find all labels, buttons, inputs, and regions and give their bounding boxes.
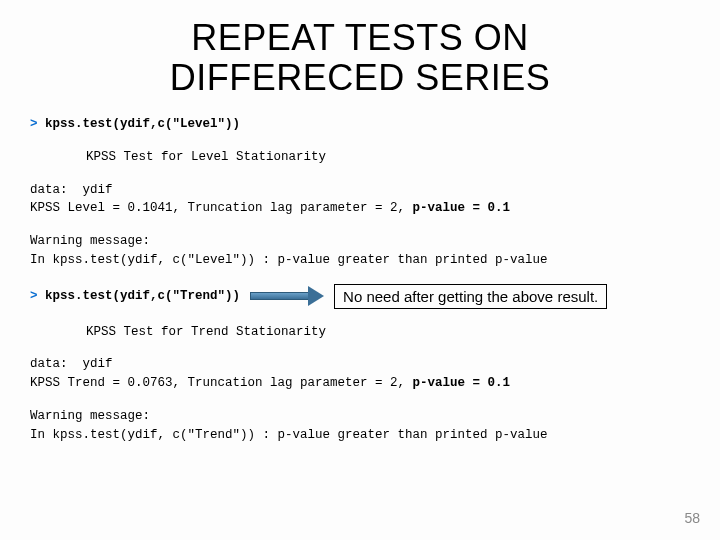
page-number: 58 [684, 510, 700, 526]
warning-label: Warning message: [30, 409, 150, 423]
stat-line-prefix: KPSS Level = 0.1041, Truncation lag para… [30, 201, 413, 215]
data-line: data: ydif [30, 183, 113, 197]
test-header-1: KPSS Test for Level Stationarity [86, 148, 690, 167]
warning-label: Warning message: [30, 234, 150, 248]
command-text: kpss.test(ydif,c("Trend")) [45, 289, 240, 303]
warning-1: Warning message: In kpss.test(ydif, c("L… [30, 232, 690, 270]
command-line-1: > kpss.test(ydif,c("Level")) [30, 115, 690, 134]
p-value: p-value = 0.1 [413, 376, 511, 390]
command-line-2: > kpss.test(ydif,c("Trend")) [30, 287, 240, 306]
prompt-symbol: > [30, 117, 45, 131]
warning-2: Warning message: In kpss.test(ydif, c("T… [30, 407, 690, 445]
test-output-1: data: ydif KPSS Level = 0.1041, Truncati… [30, 181, 690, 219]
command-row-2: > kpss.test(ydif,c("Trend")) No need aft… [30, 284, 690, 309]
arrow-icon [250, 286, 324, 306]
test-header-2: KPSS Test for Trend Stationarity [86, 323, 690, 342]
annotation-note: No need after getting the above result. [334, 284, 607, 309]
stat-line-prefix: KPSS Trend = 0.0763, Truncation lag para… [30, 376, 413, 390]
p-value: p-value = 0.1 [413, 201, 511, 215]
test-output-2: data: ydif KPSS Trend = 0.0763, Truncati… [30, 355, 690, 393]
data-line: data: ydif [30, 357, 113, 371]
warning-text: In kpss.test(ydif, c("Level")) : p-value… [30, 253, 548, 267]
slide-title: REPEAT TESTS ON DIFFERECED SERIES [70, 18, 650, 97]
prompt-symbol: > [30, 289, 45, 303]
warning-text: In kpss.test(ydif, c("Trend")) : p-value… [30, 428, 548, 442]
command-text: kpss.test(ydif,c("Level")) [45, 117, 240, 131]
